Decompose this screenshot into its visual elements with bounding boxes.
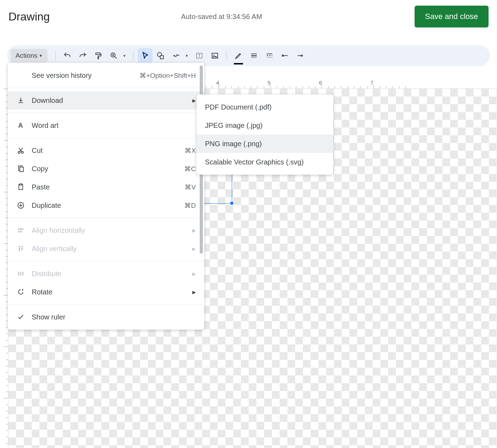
redo-button[interactable] — [75, 48, 90, 63]
menu-item-label: Word art — [32, 122, 196, 130]
submenu-arrow-icon: ▶ — [192, 246, 196, 251]
line-start-button[interactable] — [278, 48, 292, 63]
line-tool-button[interactable] — [169, 48, 184, 63]
textbox-tool-button[interactable]: T — [192, 48, 207, 63]
menu-item-shortcut: ⌘D — [184, 201, 196, 210]
menu-item-distribute: Distribute ▶ — [8, 265, 204, 283]
menu-item-label: Rotate — [32, 288, 190, 296]
word-art-icon: A — [16, 121, 25, 130]
toolbar-separator — [55, 50, 56, 61]
menu-item-align-horizontally: Align horizontally ▶ — [8, 221, 204, 239]
shape-tool-button[interactable] — [153, 48, 168, 63]
menu-item-label: Copy — [32, 165, 184, 173]
svg-rect-5 — [160, 56, 163, 59]
border-color-button[interactable] — [231, 48, 246, 63]
image-tool-button[interactable] — [207, 48, 222, 63]
rotate-icon — [16, 287, 25, 297]
svg-rect-12 — [251, 57, 257, 58]
redo-icon — [79, 51, 87, 60]
image-icon — [211, 51, 219, 60]
menu-item-download[interactable]: Download ▶ — [8, 91, 204, 110]
zoom-dropdown[interactable]: ▼ — [122, 54, 127, 58]
svg-text:T: T — [198, 54, 200, 58]
paint-roller-icon — [94, 51, 102, 60]
menu-item-paste[interactable]: Paste ⌘V — [8, 178, 204, 196]
menu-item-label: Cut — [32, 147, 185, 155]
download-icon — [16, 96, 25, 105]
line-weight-icon — [250, 51, 258, 60]
line-dropdown[interactable]: ▼ — [184, 54, 189, 58]
scribble-icon — [172, 51, 180, 60]
menu-item-word-art[interactable]: A Word art — [8, 116, 204, 135]
line-end-button[interactable] — [293, 48, 308, 63]
pencil-icon — [234, 51, 243, 60]
submenu-item-jpeg[interactable]: JPEG image (.jpg) — [197, 116, 333, 135]
submenu-item-pdf[interactable]: PDF Document (.pdf) — [197, 98, 333, 116]
svg-rect-31 — [19, 247, 20, 251]
submenu-arrow-icon: ▶ — [192, 290, 196, 295]
select-tool-button[interactable] — [138, 48, 153, 63]
submenu-arrow-icon: ▶ — [192, 228, 196, 233]
actions-dropdown-menu: See version history ⌘+Option+Shift+H Dow… — [8, 63, 204, 330]
cursor-icon — [141, 51, 149, 60]
menu-item-shortcut: ⌘+Option+Shift+H — [139, 71, 196, 80]
svg-text:A: A — [18, 122, 23, 129]
svg-rect-13 — [267, 54, 272, 54]
submenu-arrow-icon: ▶ — [192, 98, 196, 103]
menu-item-shortcut: ⌘X — [185, 147, 196, 155]
menu-item-duplicate[interactable]: Duplicate ⌘D — [8, 196, 204, 214]
submenu-item-label: JPEG image (.jpg) — [205, 122, 262, 130]
menu-item-label: Distribute — [32, 270, 190, 278]
menu-item-shortcut: ⌘C — [184, 165, 196, 173]
distribute-icon — [16, 269, 25, 278]
svg-rect-28 — [19, 229, 23, 230]
svg-rect-29 — [19, 231, 22, 232]
actions-label: Actions — [15, 52, 37, 60]
border-weight-button[interactable] — [247, 48, 261, 63]
duplicate-icon — [16, 201, 25, 210]
svg-rect-32 — [21, 247, 23, 250]
undo-icon — [63, 51, 72, 60]
menu-item-label: Show ruler — [32, 313, 196, 321]
submenu-item-svg[interactable]: Scalable Vector Graphics (.svg) — [197, 153, 333, 171]
border-color-swatch — [234, 63, 243, 64]
menu-item-cut[interactable]: Cut ⌘X — [8, 141, 204, 160]
cut-icon — [16, 146, 25, 155]
paint-format-button[interactable] — [91, 48, 106, 63]
submenu-item-label: PNG image (.png) — [205, 140, 262, 148]
menu-separator — [8, 261, 204, 261]
line-end-icon — [296, 51, 305, 60]
svg-rect-21 — [20, 167, 23, 172]
submenu-item-label: PDF Document (.pdf) — [205, 103, 272, 111]
menu-item-version-history[interactable]: See version history ⌘+Option+Shift+H — [8, 66, 204, 85]
paste-icon — [16, 182, 25, 192]
menu-item-copy[interactable]: Copy ⌘C — [8, 160, 204, 178]
actions-menu-button[interactable]: Actions ▼ — [11, 49, 48, 62]
zoom-button[interactable] — [106, 48, 121, 63]
copy-icon — [16, 164, 25, 173]
menu-item-label: Align horizontally — [32, 226, 190, 235]
menu-item-show-ruler[interactable]: Show ruler — [8, 308, 204, 326]
submenu-item-png[interactable]: PNG image (.png) — [197, 135, 333, 153]
menu-item-label: See version history — [32, 71, 139, 80]
menu-item-rotate[interactable]: Rotate ▶ — [8, 283, 204, 301]
menu-item-align-vertically: Align vertically ▶ — [8, 239, 204, 258]
menu-item-shortcut: ⌘V — [185, 183, 196, 191]
svg-point-14 — [282, 55, 284, 57]
shapes-icon — [156, 51, 165, 60]
svg-line-1 — [115, 57, 117, 58]
download-submenu: PDF Document (.pdf) JPEG image (.jpg) PN… — [197, 94, 333, 175]
submenu-arrow-icon: ▶ — [192, 271, 196, 276]
border-dash-button[interactable] — [262, 48, 277, 63]
svg-rect-33 — [18, 272, 19, 276]
resize-handle-se[interactable] — [230, 201, 234, 205]
svg-rect-23 — [20, 184, 22, 185]
align-horizontal-icon — [16, 226, 25, 235]
zoom-icon — [110, 51, 118, 60]
menu-separator — [8, 218, 204, 218]
toolbar-separator — [226, 50, 227, 61]
save-and-close-button[interactable]: Save and close — [415, 6, 489, 27]
menu-item-label: Download — [32, 97, 190, 105]
undo-button[interactable] — [60, 48, 75, 63]
svg-rect-10 — [251, 54, 257, 54]
